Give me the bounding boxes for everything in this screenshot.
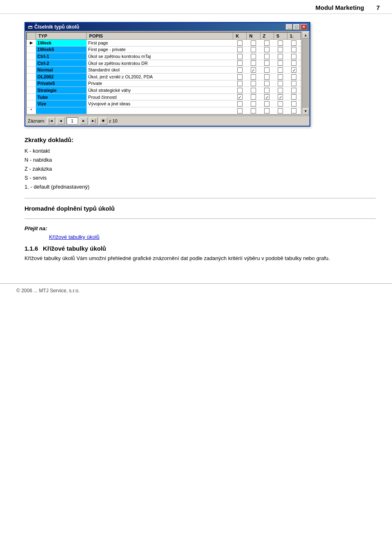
checkbox-d[interactable] — [291, 108, 296, 113]
cell-s — [274, 73, 287, 80]
checkbox-n[interactable] — [251, 40, 256, 46]
table-row[interactable]: Private5Private — [27, 80, 301, 87]
checkbox-z[interactable] — [264, 81, 270, 86]
table-row[interactable]: Ctrl-2Úkol se zpětnou kontrolou DR — [27, 60, 301, 67]
legend-item: Z - zakázka — [24, 165, 376, 174]
checkbox-k[interactable] — [237, 108, 243, 113]
nav-new-button[interactable]: ✱ — [99, 117, 107, 125]
cell-z — [260, 100, 274, 107]
checkbox-d[interactable] — [291, 60, 296, 66]
checkbox-d[interactable] — [291, 101, 296, 107]
checkbox-d[interactable] — [291, 94, 296, 100]
checkbox-k[interactable] — [237, 74, 243, 80]
col-typ-header: TYP — [36, 33, 87, 40]
table-row[interactable]: VizeVývojové a jiné ideas — [27, 100, 301, 107]
checkbox-s[interactable] — [278, 60, 283, 66]
checkbox-k[interactable] — [237, 40, 243, 46]
checkbox-z[interactable] — [264, 74, 270, 80]
nav-first-button[interactable]: |◄ — [47, 117, 55, 125]
goto-link[interactable]: Křížové tabulky úkolů — [49, 234, 376, 240]
checkbox-s[interactable] — [278, 54, 283, 59]
checkbox-n[interactable] — [251, 101, 256, 107]
nav-prev-button[interactable]: ◄ — [57, 117, 65, 125]
checkbox-s[interactable] — [278, 88, 283, 93]
checkbox-s[interactable] — [278, 40, 283, 46]
cell-s — [274, 107, 287, 114]
checkbox-z[interactable] — [264, 60, 270, 66]
cell-d — [287, 107, 301, 114]
checkbox-z[interactable] — [264, 54, 270, 59]
nav-current-input[interactable] — [67, 117, 78, 125]
legend-item: K - kontakt — [24, 147, 376, 156]
checkbox-z[interactable] — [264, 101, 270, 107]
checkbox-d[interactable] — [291, 88, 296, 93]
checkbox-z[interactable] — [264, 47, 270, 52]
col-d-header: 1. — [287, 33, 301, 40]
table-row[interactable]: OL2002Úkol, jenž vznikl z OL2002, PDA — [27, 73, 301, 80]
scroll-down-arrow[interactable]: ▼ — [303, 108, 309, 115]
checkbox-k[interactable] — [237, 101, 243, 107]
checkbox-z[interactable] — [264, 108, 270, 113]
checkbox-s[interactable] — [278, 101, 283, 107]
nav-next-button[interactable]: ► — [80, 117, 88, 125]
table-row[interactable]: ▶1WeekFirst page — [27, 40, 301, 47]
close-button[interactable]: ✕ — [301, 24, 307, 30]
checkbox-k[interactable] — [237, 81, 243, 86]
legend-list: K - kontaktN - nabídkaZ - zakázkaS - ser… — [24, 147, 376, 191]
checkbox-s[interactable] — [278, 67, 283, 73]
divider-2 — [24, 218, 376, 219]
checkbox-s[interactable] — [278, 81, 283, 86]
table-row[interactable]: 1Week5First page - private — [27, 46, 301, 53]
checkbox-k[interactable] — [237, 67, 243, 73]
checkbox-n[interactable] — [251, 74, 256, 80]
checkbox-n[interactable] — [251, 88, 256, 93]
checkbox-d[interactable] — [291, 74, 296, 80]
table-row[interactable]: TubeProud činností — [27, 93, 301, 100]
cell-d — [287, 93, 301, 100]
dialog-title: Číselník typů úkolů — [34, 24, 79, 30]
checkbox-d[interactable] — [291, 67, 296, 73]
checkbox-s[interactable] — [278, 108, 283, 113]
checkbox-z[interactable] — [264, 67, 270, 73]
checkbox-n[interactable] — [251, 54, 256, 59]
checkbox-n[interactable] — [251, 67, 256, 73]
table-row[interactable]: NormalStandardní úkol — [27, 67, 301, 73]
table-row[interactable]: Ctrl-1Úkol se zpětnou kontrolou mTaj — [27, 53, 301, 60]
checkbox-s[interactable] — [278, 94, 283, 100]
win-statusbar: Záznam: |◄ ◄ ► ►| ✱ z 10 — [25, 116, 310, 126]
checkbox-z[interactable] — [264, 40, 270, 46]
checkbox-n[interactable] — [251, 47, 256, 52]
table-container: TYP POPIS K N Z S 1. ▶1WeekFirst page1We… — [26, 32, 301, 115]
cell-popis: Úkol se zpětnou kontrolou mTaj — [87, 53, 233, 60]
cell-k — [233, 53, 247, 60]
checkbox-d[interactable] — [291, 81, 296, 86]
scroll-up-arrow[interactable]: ▲ — [303, 32, 309, 38]
checkbox-d[interactable] — [291, 54, 296, 59]
table-row[interactable]: StrategieÚkol strategické váhy — [27, 87, 301, 94]
checkbox-d[interactable] — [291, 40, 296, 46]
maximize-button[interactable]: □ — [293, 24, 300, 30]
checkbox-z[interactable] — [264, 94, 270, 100]
checkbox-n[interactable] — [251, 60, 256, 66]
cell-d — [287, 73, 301, 80]
checkbox-s[interactable] — [278, 74, 283, 80]
cell-k — [233, 46, 247, 53]
checkbox-k[interactable] — [237, 60, 243, 66]
checkbox-n[interactable] — [251, 108, 256, 113]
row-selector — [27, 87, 36, 94]
checkbox-d[interactable] — [291, 47, 296, 52]
checkbox-s[interactable] — [278, 47, 283, 52]
cell-popis: Vývojové a jiné ideas — [87, 100, 233, 107]
checkbox-k[interactable] — [237, 47, 243, 52]
checkbox-k[interactable] — [237, 54, 243, 59]
checkbox-n[interactable] — [251, 81, 256, 86]
page-content: 🗃 Číselník typů úkolů _ □ ✕ TYP POPIS — [0, 18, 392, 271]
table-row[interactable]: * — [27, 107, 301, 114]
checkbox-n[interactable] — [251, 94, 256, 100]
checkbox-z[interactable] — [264, 88, 270, 93]
scrollbar[interactable]: ▲ ▼ — [302, 32, 309, 115]
nav-last-button[interactable]: ►| — [89, 117, 98, 125]
minimize-button[interactable]: _ — [286, 24, 292, 30]
checkbox-k[interactable] — [237, 88, 243, 93]
checkbox-k[interactable] — [237, 94, 243, 100]
